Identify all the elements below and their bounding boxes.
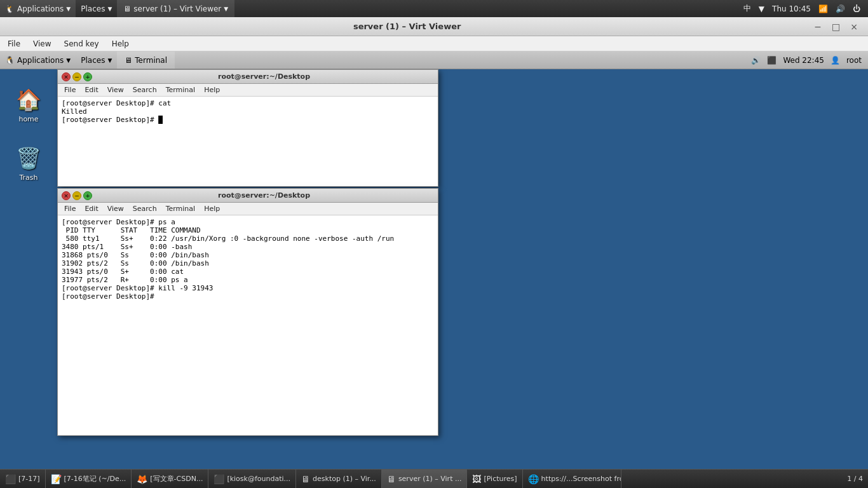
virt-viewer-sendkey-menu[interactable]: Send key — [59, 38, 104, 50]
host-places-chevron-icon: ▼ — [107, 6, 112, 12]
terminal-2-menubar: File Edit View Search Terminal Help — [58, 203, 438, 215]
terminal-2-search-menu[interactable]: Search — [129, 204, 161, 214]
vm-places-label: Places — [81, 56, 105, 65]
host-task-2-icon: 📝 — [51, 474, 62, 484]
host-task-1-label: [7-17] — [18, 475, 40, 483]
vm-display-icon: ⬛ — [767, 56, 776, 65]
vm-topbar: 🐧 Applications ▼ Places ▼ 🖥 Terminal 🔊 ⬛… — [0, 51, 868, 69]
terminal-1-maximize-button[interactable]: + — [83, 72, 92, 81]
terminal-2-titlebar: × − + root@server:~/Desktop — [58, 189, 438, 203]
host-task-6-label: server (1) – Virt ... — [398, 475, 462, 483]
trash-icon: 🗑️ — [13, 143, 44, 173]
host-chevron-input-icon: ▼ — [759, 4, 764, 13]
home-label: home — [18, 115, 38, 123]
host-task-item-4[interactable]: ⬛ [kiosk@foundati... — [208, 470, 296, 488]
terminal-2-terminal-menu[interactable]: Terminal — [162, 204, 200, 214]
virt-viewer-title: server (1) – Virt Viewer — [5, 22, 809, 31]
vm-user-icon: 👤 — [831, 56, 840, 65]
host-apps-chevron-icon: ▼ — [66, 6, 71, 12]
host-task-item-7[interactable]: 🖼 [Pictures] — [467, 470, 522, 488]
host-window-tab[interactable]: 🖥 server (1) – Virt Viewer ▼ — [117, 0, 234, 17]
host-taskbar-right: 1 / 4 — [847, 475, 868, 483]
virt-viewer-file-menu[interactable]: File — [3, 38, 25, 50]
host-task-item-6[interactable]: 🖥 server (1) – Virt ... — [382, 470, 468, 488]
host-window-label: server (1) – Virt Viewer — [133, 4, 221, 13]
host-window-chevron-icon: ▼ — [224, 6, 228, 12]
host-applications-menu[interactable]: 🐧 Applications ▼ — [0, 0, 76, 17]
terminal-2-file-menu[interactable]: File — [60, 204, 79, 214]
terminal-2-title: root@server:~/Desktop — [94, 191, 434, 200]
virt-viewer-menubar: File View Send key Help — [0, 36, 868, 51]
terminal-2-view-menu[interactable]: View — [104, 204, 128, 214]
virt-viewer-close-button[interactable]: × — [845, 20, 863, 33]
host-task-item-2[interactable]: 📝 [7-16笔记 (~/De... — [46, 470, 132, 488]
host-task-item-1[interactable]: ⬛ [7-17] — [0, 470, 46, 488]
terminal-1-file-menu[interactable]: File — [60, 85, 79, 95]
host-task-4-label: [kiosk@foundati... — [227, 475, 290, 483]
terminal-2-maximize-button[interactable]: + — [83, 191, 92, 200]
virt-viewer-maximize-button[interactable]: □ — [827, 20, 845, 33]
vm-content: 🐧 Applications ▼ Places ▼ 🖥 Terminal 🔊 ⬛… — [0, 51, 868, 488]
terminal-1-titlebar: × − + root@server:~/Desktop — [58, 70, 438, 84]
virt-viewer-view-menu[interactable]: View — [28, 38, 56, 50]
terminal-1-search-menu[interactable]: Search — [129, 85, 161, 95]
host-task-5-icon: 🖥 — [301, 474, 310, 484]
vm-places-menu[interactable]: Places ▼ — [76, 51, 117, 69]
vm-places-chevron-icon: ▼ — [107, 57, 112, 64]
desktop-icon-trash[interactable]: 🗑️ Trash — [6, 140, 51, 184]
host-topbar: 🐧 Applications ▼ Places ▼ 🖥 server (1) –… — [0, 0, 868, 17]
host-task-item-8[interactable]: 🌐 https://...Screenshot from ... — [523, 470, 621, 488]
terminal-1-title: root@server:~/Desktop — [94, 72, 434, 81]
virt-viewer-window: server (1) – Virt Viewer − □ × File View… — [0, 17, 868, 488]
terminal-1-close-button[interactable]: × — [62, 72, 71, 81]
terminal-window-2: × − + root@server:~/Desktop File Edit Vi… — [57, 188, 438, 436]
host-task-8-label: https://...Screenshot from ... — [541, 475, 621, 483]
host-task-item-5[interactable]: 🖥 desktop (1) – Vir... — [296, 470, 382, 488]
terminal-1-view-menu[interactable]: View — [104, 85, 128, 95]
host-task-8-icon: 🌐 — [528, 474, 539, 484]
desktop-icon-home[interactable]: 🏠 home — [6, 82, 51, 126]
vm-volume-icon: 🔊 — [751, 56, 761, 65]
terminal-1-minimize-button[interactable]: − — [72, 72, 81, 81]
terminal-1-body: [root@server Desktop]# cat Killed [root@… — [58, 97, 438, 186]
host-window-icon: 🖥 — [123, 4, 131, 13]
terminal-2-edit-menu[interactable]: Edit — [81, 204, 102, 214]
terminal-1-menubar: File Edit View Search Terminal Help — [58, 84, 438, 97]
host-task-7-label: [Pictures] — [484, 475, 517, 483]
terminal-1-edit-menu[interactable]: Edit — [81, 85, 102, 95]
host-places-label: Places — [81, 4, 105, 13]
host-task-4-icon: ⬛ — [214, 474, 224, 484]
terminal-window-1: × − + root@server:~/Desktop File Edit Vi… — [57, 69, 438, 187]
host-volume-icon: 🔊 — [836, 4, 845, 13]
host-apps-icon: 🐧 — [5, 4, 15, 13]
host-input-method[interactable]: 中 — [743, 3, 751, 14]
host-apps-label: Applications — [17, 4, 64, 13]
host-datetime: Thu 10:45 — [772, 4, 811, 13]
vm-applications-menu[interactable]: 🐧 Applications ▼ — [0, 51, 76, 69]
host-task-3-icon: 🦊 — [137, 474, 147, 484]
host-task-2-label: [7-16笔记 (~/De... — [64, 474, 126, 484]
virt-viewer-minimize-button[interactable]: − — [809, 20, 827, 33]
terminal-1-help-menu[interactable]: Help — [200, 85, 224, 95]
vm-topbar-right: 🔊 ⬛ Wed 22:45 👤 root — [751, 56, 868, 65]
terminal-2-help-menu[interactable]: Help — [200, 204, 224, 214]
host-places-menu[interactable]: Places ▼ — [76, 0, 117, 17]
vm-terminal-label: Terminal — [135, 56, 167, 65]
terminal-2-body: [root@server Desktop]# ps a PID TTY STAT… — [58, 215, 438, 435]
host-task-3-label: [写文章-CSDN... — [150, 474, 203, 484]
vm-apps-chevron-icon: ▼ — [66, 57, 71, 64]
host-taskbar: ⬛ [7-17] 📝 [7-16笔记 (~/De... 🦊 [写文章-CSDN.… — [0, 469, 868, 488]
virt-viewer-help-menu[interactable]: Help — [107, 38, 134, 50]
terminal-2-close-button[interactable]: × — [62, 191, 71, 200]
home-icon: 🏠 — [13, 85, 44, 115]
vm-username: root — [846, 56, 862, 65]
terminal-2-minimize-button[interactable]: − — [72, 191, 81, 200]
vm-datetime: Wed 22:45 — [783, 56, 824, 65]
host-task-item-3[interactable]: 🦊 [写文章-CSDN... — [132, 470, 208, 488]
trash-label: Trash — [19, 173, 37, 182]
vm-terminal-tab[interactable]: 🖥 Terminal — [117, 51, 175, 69]
virt-viewer-titlebar: server (1) – Virt Viewer − □ × — [0, 17, 868, 36]
host-topbar-right: 中 ▼ Thu 10:45 📶 🔊 ⏻ — [743, 3, 868, 14]
terminal-1-terminal-menu[interactable]: Terminal — [162, 85, 200, 95]
vm-apps-icon: 🐧 — [5, 56, 15, 65]
